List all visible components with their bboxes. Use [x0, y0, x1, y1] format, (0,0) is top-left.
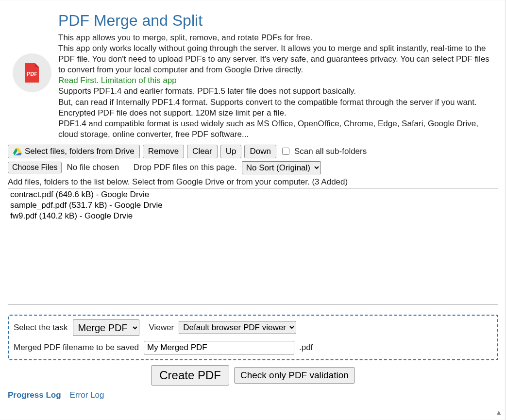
validate-pdf-button[interactable]: Check only PDF validation — [234, 367, 355, 384]
up-button[interactable]: Up — [220, 145, 242, 158]
desc-line-1: This app allows you to merge, split, rem… — [58, 33, 312, 42]
down-button[interactable]: Down — [244, 145, 276, 158]
select-from-drive-button[interactable]: Select files, folders from Drive — [8, 145, 140, 158]
task-config-box: Select the task Merge PDF Viewer Default… — [8, 315, 498, 360]
progress-log-link[interactable]: Progress Log — [8, 390, 61, 400]
filename-suffix: .pdf — [299, 343, 313, 353]
svg-text:PDF: PDF — [27, 71, 37, 77]
page-title: PDF Merge and Split — [58, 12, 498, 30]
remove-button[interactable]: Remove — [143, 145, 184, 158]
error-log-link[interactable]: Error Log — [70, 390, 104, 400]
task-select[interactable]: Merge PDF — [73, 319, 139, 336]
scan-subfolders-checkbox[interactable] — [282, 148, 289, 155]
limitation-title: Read First. Limitation of this app — [58, 76, 177, 85]
scan-subfolders-label: Scan all sub-folders — [294, 147, 367, 156]
clear-button[interactable]: Clear — [187, 145, 218, 158]
sort-select[interactable]: No Sort (Original) — [242, 161, 321, 174]
viewer-label: Viewer — [149, 323, 174, 333]
no-file-chosen-label: No file chosen — [67, 163, 119, 172]
create-pdf-button[interactable]: Create PDF — [151, 365, 229, 386]
google-drive-icon — [13, 148, 22, 155]
instructions-text: Add files, folders to the list below. Se… — [8, 177, 498, 187]
drop-files-label: Drop PDF files on this page. — [134, 163, 237, 172]
pdf-icon: PDF — [13, 53, 51, 92]
choose-files-button[interactable]: Choose Files — [8, 162, 62, 173]
app-description: This app allows you to merge, split, rem… — [58, 33, 498, 140]
viewer-select[interactable]: Default browser PDF viewer — [179, 321, 296, 334]
limitation-body: Supports PDF1.4 and earlier formats. PDF… — [58, 86, 478, 138]
file-list-textarea[interactable] — [8, 188, 498, 304]
select-task-label: Select the task — [14, 323, 68, 333]
filename-label: Merged PDF filename to be saved — [14, 343, 139, 353]
resize-arrow-icon: ▲ — [495, 408, 502, 416]
desc-line-2: This app only works locally without goin… — [58, 44, 489, 74]
filename-input[interactable] — [144, 341, 294, 354]
drive-button-label: Select files, folders from Drive — [25, 147, 135, 156]
